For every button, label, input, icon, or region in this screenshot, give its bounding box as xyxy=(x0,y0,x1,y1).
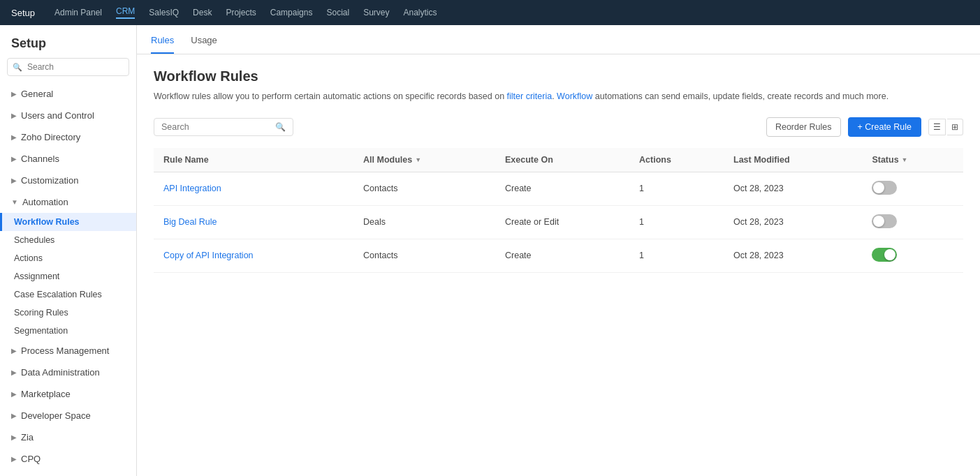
nav-desk[interactable]: Desk xyxy=(193,8,212,17)
module-cell: Deals xyxy=(353,205,495,239)
desc-text-1: Workflow rules allow you to perform cert… xyxy=(154,91,507,101)
sidebar-search-container: 🔍 xyxy=(7,58,129,76)
sidebar-item-marketplace[interactable]: ▶ Marketplace xyxy=(0,383,136,405)
sidebar-sub-segmentation[interactable]: Segmentation xyxy=(0,322,136,340)
workflow-link[interactable]: Workflow xyxy=(557,91,592,101)
toolbar-right: Reorder Rules + Create Rule ☰ ⊞ xyxy=(766,117,963,137)
actions-cell: 1 xyxy=(629,239,724,272)
chevron-down-icon: ▼ xyxy=(11,198,18,206)
execute-on-cell: Create xyxy=(495,239,629,272)
sidebar-section-label: Process Management xyxy=(21,345,109,356)
sidebar-item-customization[interactable]: ▶ Customization xyxy=(0,170,136,191)
chevron-right-icon: ▶ xyxy=(11,369,17,376)
chevron-right-icon: ▶ xyxy=(11,390,17,398)
nav-social[interactable]: Social xyxy=(326,8,349,17)
sidebar-item-cpq[interactable]: ▶ CPQ xyxy=(0,448,136,470)
tabs-bar: Rules Usage xyxy=(137,25,980,54)
rule-name-cell: Big Deal Rule xyxy=(154,205,353,239)
chevron-right-icon: ▶ xyxy=(11,155,17,163)
sidebar-sub-actions[interactable]: Actions xyxy=(0,249,136,267)
reorder-rules-button[interactable]: Reorder Rules xyxy=(766,117,841,137)
last-modified-cell: Oct 28, 2023 xyxy=(724,205,862,239)
last-modified-cell: Oct 28, 2023 xyxy=(724,172,862,205)
nav-projects[interactable]: Projects xyxy=(226,8,256,17)
list-view-button[interactable]: ☰ xyxy=(928,119,946,135)
sidebar-section-label: Marketplace xyxy=(21,389,71,399)
execute-on-cell: Create or Edit xyxy=(495,205,629,239)
tab-usage[interactable]: Usage xyxy=(191,25,217,54)
col-execute-on: Execute On xyxy=(495,148,629,172)
create-rule-button[interactable]: + Create Rule xyxy=(848,117,921,137)
col-rule-name: Rule Name xyxy=(154,148,353,172)
sidebar-title: Setup xyxy=(0,25,136,58)
sidebar-item-zoho-directory[interactable]: ▶ Zoho Directory xyxy=(0,126,136,148)
modules-dropdown-arrow: ▼ xyxy=(415,156,421,163)
col-all-modules[interactable]: All Modules ▼ xyxy=(353,148,495,172)
sidebar-item-process-management[interactable]: ▶ Process Management xyxy=(0,340,136,362)
grid-view-button[interactable]: ⊞ xyxy=(947,119,963,135)
sidebar-sub-case-escalation[interactable]: Case Escalation Rules xyxy=(0,285,136,304)
filter-criteria-link[interactable]: filter criteria xyxy=(507,91,553,101)
rule-name-cell: API Integration xyxy=(154,172,353,205)
sidebar-sub-assignment[interactable]: Assignment xyxy=(0,267,136,285)
sidebar-sub-scoring-rules[interactable]: Scoring Rules xyxy=(0,304,136,322)
sidebar-section-label: General xyxy=(21,89,53,99)
sidebar-section-label: Customization xyxy=(21,175,78,186)
chevron-right-icon: ▶ xyxy=(11,90,17,98)
execute-on-cell: Create xyxy=(495,172,629,205)
sidebar-section-label: Zia xyxy=(21,432,34,442)
status-cell xyxy=(862,205,963,239)
chevron-right-icon: ▶ xyxy=(11,133,17,141)
top-nav: Setup Admin Panel CRM SalesIQ Desk Proje… xyxy=(0,0,980,25)
nav-analytics[interactable]: Analytics xyxy=(404,8,437,17)
sidebar-search-input[interactable] xyxy=(7,58,129,76)
sidebar-item-users-control[interactable]: ▶ Users and Control xyxy=(0,105,136,126)
module-cell: Contacts xyxy=(353,239,495,272)
rule-name-link[interactable]: Copy of API Integration xyxy=(163,251,254,260)
col-status[interactable]: Status ▼ xyxy=(862,148,963,172)
actions-cell: 1 xyxy=(629,205,724,239)
actions-cell: 1 xyxy=(629,172,724,205)
sidebar-item-developer-space[interactable]: ▶ Developer Space xyxy=(0,405,136,426)
status-toggle[interactable] xyxy=(872,214,897,228)
nav-admin-panel[interactable]: Admin Panel xyxy=(54,8,102,17)
sidebar-section-label: Zoho Directory xyxy=(21,132,80,142)
page-body: Workflow Rules Workflow rules allow you … xyxy=(137,54,980,287)
sidebar-item-zia[interactable]: ▶ Zia xyxy=(0,426,136,448)
sidebar-item-channels[interactable]: ▶ Channels xyxy=(0,148,136,170)
rules-search-input[interactable] xyxy=(161,122,272,132)
nav-campaigns[interactable]: Campaigns xyxy=(270,8,313,17)
nav-salesiq[interactable]: SalesIQ xyxy=(149,8,179,17)
sidebar-section-label: Automation xyxy=(22,197,68,207)
sidebar-item-automation[interactable]: ▼ Automation xyxy=(0,191,136,213)
table-row: Big Deal Rule Deals Create or Edit 1 Oct… xyxy=(154,205,963,239)
rule-name-link[interactable]: API Integration xyxy=(163,184,221,193)
tab-rules[interactable]: Rules xyxy=(151,25,174,54)
rules-search-box[interactable]: 🔍 xyxy=(154,118,293,136)
workflow-rules-table: Rule Name All Modules ▼ Execute On xyxy=(154,148,963,273)
sidebar-sub-schedules[interactable]: Schedules xyxy=(0,231,136,249)
status-toggle[interactable] xyxy=(872,248,897,262)
chevron-right-icon: ▶ xyxy=(11,455,17,463)
col-actions: Actions xyxy=(629,148,724,172)
main-content: Rules Usage Workflow Rules Workflow rule… xyxy=(137,25,980,476)
nav-survey[interactable]: Survey xyxy=(363,8,389,17)
page-description: Workflow rules allow you to perform cert… xyxy=(154,90,963,103)
sidebar-item-general[interactable]: ▶ General xyxy=(0,83,136,105)
sidebar: Setup 🔍 ▶ General ▶ Users and Control ▶ … xyxy=(0,25,137,476)
status-toggle[interactable] xyxy=(872,181,897,195)
page-title: Workflow Rules xyxy=(154,68,963,84)
nav-setup-label: Setup xyxy=(11,8,35,18)
module-cell: Contacts xyxy=(353,172,495,205)
sidebar-item-data-administration[interactable]: ▶ Data Administration xyxy=(0,362,136,383)
nav-crm[interactable]: CRM xyxy=(116,6,135,19)
search-icon: 🔍 xyxy=(275,122,286,132)
rule-name-cell: Copy of API Integration xyxy=(154,239,353,272)
rule-name-link[interactable]: Big Deal Rule xyxy=(163,217,217,227)
sidebar-section-label: Users and Control xyxy=(21,110,94,121)
chevron-right-icon: ▶ xyxy=(11,412,17,419)
chevron-right-icon: ▶ xyxy=(11,433,17,441)
status-cell xyxy=(862,172,963,205)
sidebar-sub-workflow-rules[interactable]: Workflow Rules xyxy=(0,213,136,231)
toolbar-row: 🔍 Reorder Rules + Create Rule ☰ ⊞ xyxy=(154,117,963,137)
